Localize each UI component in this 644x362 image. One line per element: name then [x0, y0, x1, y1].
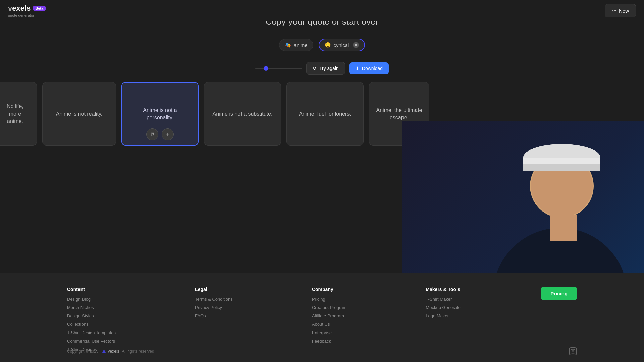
pricing-button[interactable]: Pricing	[541, 287, 577, 300]
footer-link-faqs[interactable]: FAQs	[195, 313, 233, 318]
svg-point-2	[572, 351, 574, 352]
tag-close-button[interactable]: ✕	[353, 42, 359, 48]
new-button-icon: ✏	[612, 8, 616, 14]
logo-text: vexels	[8, 4, 31, 13]
footer-link-about[interactable]: About Us	[312, 322, 346, 327]
footer-link-privacy[interactable]: Privacy Policy	[195, 305, 233, 310]
cynical-emoji: 😏	[325, 42, 331, 48]
slider-container	[255, 68, 302, 69]
new-button[interactable]: ✏ New	[605, 4, 636, 17]
brand-name: vexels	[108, 349, 119, 354]
footer-link-mockup[interactable]: Mockup Generator	[426, 305, 462, 310]
quote-text-6: Anime, the ultimate escape.	[376, 107, 422, 122]
quote-text-4: Anime is not a substitute.	[213, 110, 273, 118]
quote-text-5: Anime, fuel for loners.	[299, 110, 351, 118]
footer-link-feedback[interactable]: Feedback	[312, 339, 346, 344]
copy-icon: ⧉	[151, 131, 154, 137]
footer-link-merch-niches[interactable]: Merch Niches	[67, 305, 116, 310]
svg-point-3	[574, 350, 574, 350]
footer-link-creators[interactable]: Creators Program	[312, 305, 346, 310]
try-again-label: Try again	[319, 66, 339, 71]
quote-card-3[interactable]: Anime is not a personality. ⧉ +	[121, 82, 199, 146]
new-button-label: New	[619, 8, 629, 14]
all-rights: All rights reserved	[122, 349, 154, 354]
quote-card-2[interactable]: Anime is not reality.	[42, 82, 116, 146]
anime-emoji: 🎭	[285, 42, 291, 48]
footer-bottom: Copyright © 2023 vexels All rights reser…	[0, 347, 644, 355]
tag-anime[interactable]: 🎭 anime	[279, 39, 313, 51]
footer-link-affiliate[interactable]: Affiliate Program	[312, 313, 346, 318]
quote-text-2: Anime is not reality.	[56, 110, 102, 118]
footer-copyright-area: Copyright © 2023 vexels All rights reser…	[67, 349, 154, 354]
add-button[interactable]: +	[162, 128, 174, 140]
anime-label: anime	[294, 42, 308, 48]
footer-col-company: Company Pricing Creators Program Affilia…	[312, 287, 346, 344]
download-label: Download	[362, 66, 383, 71]
footer-tools-title: Makers & Tools	[426, 287, 462, 292]
header: vexels Beta quote generator ✏ New	[0, 0, 644, 21]
try-again-icon: ↺	[313, 66, 317, 71]
svg-rect-1	[571, 349, 575, 353]
beta-badge: Beta	[33, 6, 46, 11]
card-actions: ⧉ +	[146, 128, 174, 140]
footer-col-pricing: Pricing	[541, 287, 577, 300]
svg-marker-0	[102, 349, 106, 353]
footer-content-title: Content	[67, 287, 116, 292]
tag-cynical[interactable]: 😏 cynical ✕	[319, 39, 365, 51]
footer-link-design-blog[interactable]: Design Blog	[67, 297, 116, 302]
tags-row: 🎭 anime 😏 cynical ✕	[0, 39, 644, 51]
copyright-text: Copyright © 2023	[67, 349, 99, 354]
cynical-label: cynical	[334, 42, 349, 48]
download-icon: ⬇	[355, 66, 359, 71]
footer-col-legal: Legal Terms & Conditions Privacy Policy …	[195, 287, 233, 318]
footer-link-logo[interactable]: Logo Maker	[426, 313, 462, 318]
footer-link-pricing[interactable]: Pricing	[312, 297, 346, 302]
quote-card-5[interactable]: Anime, fuel for loners.	[286, 82, 364, 146]
footer-link-terms[interactable]: Terms & Conditions	[195, 297, 233, 302]
vexels-brand-small: vexels	[101, 349, 119, 354]
try-again-button[interactable]: ↺ Try again	[306, 62, 345, 75]
footer-link-design-styles[interactable]: Design Styles	[67, 313, 116, 318]
footer-col-content: Content Design Blog Merch Niches Design …	[67, 287, 116, 352]
quote-card-1[interactable]: No life, more anime.	[0, 82, 37, 146]
instagram-button[interactable]	[569, 347, 577, 355]
quote-text-1: No life, more anime.	[0, 103, 30, 125]
footer-link-enterprise[interactable]: Enterprise	[312, 330, 346, 335]
download-button[interactable]: ⬇ Download	[349, 62, 389, 74]
vexels-logo-icon	[101, 349, 107, 354]
quote-text-3: Anime is not a personality.	[129, 107, 191, 122]
instagram-icon	[571, 349, 575, 354]
footer-link-collections[interactable]: Collections	[67, 322, 116, 327]
slider-input[interactable]	[255, 68, 302, 69]
logo-subtitle: quote generator	[8, 13, 46, 17]
footer-link-commercial-vectors[interactable]: Commercial Use Vectors	[67, 339, 116, 344]
logo: vexels Beta quote generator	[8, 4, 46, 17]
controls-row: ↺ Try again ⬇ Download	[0, 62, 644, 75]
footer-link-tshirt-maker[interactable]: T-Shirt Maker	[426, 297, 462, 302]
footer-company-title: Company	[312, 287, 346, 292]
footer-link-tshirt-templates[interactable]: T-Shirt Design Templates	[67, 330, 116, 335]
footer-legal-title: Legal	[195, 287, 233, 292]
add-icon: +	[166, 131, 169, 137]
logo-area: vexels Beta quote generator	[8, 4, 46, 17]
quote-card-4[interactable]: Anime is not a substitute.	[204, 82, 281, 146]
footer-col-tools: Makers & Tools T-Shirt Maker Mockup Gene…	[426, 287, 462, 318]
copy-button[interactable]: ⧉	[146, 128, 158, 140]
